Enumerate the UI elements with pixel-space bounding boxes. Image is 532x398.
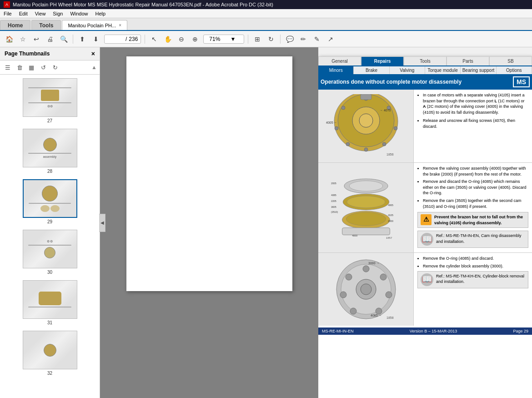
sidebar-scroll-up[interactable]: ▲ <box>91 64 97 71</box>
doc-subtab-valving[interactable]: Valving <box>390 66 425 74</box>
thumbnail-29[interactable]: 29 <box>2 179 98 224</box>
sidebar: Page Thumbnails × ☰ 🗑 ▦ ↺ ↻ ▲ ⚙⚙ <box>0 47 100 398</box>
tab-home[interactable]: Home <box>0 20 30 30</box>
svg-point-43 <box>361 284 371 295</box>
doc-section-2-image: 2005 4085 2205 3605 (3510) 4065 4105 200… <box>318 163 414 252</box>
doc-section-1-image: 4005 ← → 4070 1856 <box>318 90 414 162</box>
menu-edit[interactable]: Edit <box>19 11 28 16</box>
main-layout: Page Thumbnails × ☰ 🗑 ▦ ↺ ↻ ▲ ⚙⚙ <box>0 47 532 398</box>
highlight-button[interactable]: ✏ <box>298 34 309 45</box>
tab-tools[interactable]: Tools <box>31 20 61 30</box>
svg-text:1857: 1857 <box>386 236 392 239</box>
document-content: General Repairs Tools Parts SB Minors Br… <box>318 56 532 398</box>
svg-text:→ 4070: → 4070 <box>380 109 391 112</box>
thumbnail-30-image[interactable]: ⚙ ⚙ <box>23 230 77 268</box>
doc-subtab-bearing[interactable]: Bearing support <box>461 66 496 74</box>
warning-box: ⚠ Prevent the brazen bar not to fall out… <box>417 212 528 228</box>
tab-close-button[interactable]: × <box>119 23 121 28</box>
title-bar: A Manitou Poclain PH Wheel Motor MS MSE … <box>0 0 532 9</box>
svg-point-11 <box>341 106 345 110</box>
edit-button[interactable]: ✎ <box>311 34 322 45</box>
thumbnail-32[interactable]: 32 <box>2 331 98 376</box>
sidebar-delete-button[interactable]: 🗑 <box>15 62 25 72</box>
page-number-input[interactable]: 29 <box>107 36 124 42</box>
svg-point-21 <box>346 212 386 226</box>
svg-text:(3510): (3510) <box>331 210 338 213</box>
blank-page <box>126 56 292 291</box>
doc-tab-tools[interactable]: Tools <box>404 56 447 65</box>
thumbnail-28[interactable]: assembly 28 <box>2 129 98 174</box>
svg-text:2205: 2205 <box>331 200 336 202</box>
svg-point-10 <box>335 126 338 130</box>
doc-subtab-torque[interactable]: Torque module <box>425 66 461 74</box>
page-view-area[interactable] <box>100 47 318 398</box>
zoom-out-button[interactable]: ⊖ <box>176 34 187 45</box>
thumbnail-28-image[interactable]: assembly <box>23 129 77 167</box>
doc-tab-parts[interactable]: Parts <box>447 56 489 65</box>
svg-text:3605: 3605 <box>331 206 336 208</box>
select-tool-button[interactable]: ↖ <box>149 34 160 45</box>
menu-view[interactable]: View <box>35 11 46 16</box>
svg-point-6 <box>394 126 397 130</box>
svg-text:2005: 2005 <box>331 181 336 184</box>
thumbnail-31[interactable]: 31 <box>2 280 98 325</box>
zoom-dropdown-icon[interactable]: ▼ <box>225 36 241 42</box>
tab-document[interactable]: Manitou Poclain PH... × <box>62 20 127 30</box>
thumbnail-29-image[interactable] <box>23 179 77 218</box>
thumbnail-32-image[interactable] <box>23 331 77 369</box>
app-icon: A <box>4 1 10 8</box>
menu-window[interactable]: Window <box>70 11 88 16</box>
scroll-up-button[interactable]: ⬆ <box>77 34 88 45</box>
sidebar-menu-button[interactable]: ☰ <box>3 62 13 72</box>
warning-icon: ⚠ <box>421 214 432 225</box>
sidebar-collapse-button[interactable]: ◀ <box>99 214 105 232</box>
hand-tool-button[interactable]: ✋ <box>162 34 173 45</box>
back-button[interactable]: ↩ <box>31 34 42 45</box>
thumbnail-27[interactable]: ⚙⚙ 27 <box>2 78 98 123</box>
window-title: Manitou Poclain PH Wheel Motor MS MSE Hy… <box>13 2 273 7</box>
menu-sign[interactable]: Sign <box>53 11 63 16</box>
tab-bar: Home Tools Manitou Poclain PH... × <box>0 18 532 31</box>
sidebar-insert-button[interactable]: ▦ <box>26 62 36 72</box>
svg-point-38 <box>376 308 382 314</box>
menu-file[interactable]: File <box>4 11 12 16</box>
doc-subtab-brake[interactable]: Brake <box>354 66 389 74</box>
thumbnails-list[interactable]: ⚙⚙ 27 assembly 28 <box>0 75 100 398</box>
doc-tab-general[interactable]: General <box>318 56 361 65</box>
doc-tab-sb[interactable]: SB <box>489 56 532 65</box>
sidebar-close-button[interactable]: × <box>91 50 95 57</box>
thumbnail-31-image[interactable] <box>23 280 77 319</box>
svg-point-17 <box>349 181 383 191</box>
ref-box-2: 📖 Ref.: MS-RE-TM-KH-EN, Cylinder-block r… <box>417 271 528 288</box>
sidebar-undo-button[interactable]: ↺ <box>38 62 48 72</box>
bookmark-button[interactable]: ☆ <box>17 34 28 45</box>
sidebar-toolbar: ☰ 🗑 ▦ ↺ ↻ ▲ <box>0 60 100 75</box>
page-nav[interactable]: 29 / 236 <box>104 35 141 44</box>
ref-icon-1: 📖 <box>421 233 433 246</box>
sidebar-redo-button[interactable]: ↻ <box>50 62 60 72</box>
svg-point-8 <box>364 148 368 151</box>
doc-subtab-minors[interactable]: Minors <box>318 66 354 74</box>
svg-rect-12 <box>361 94 371 100</box>
share-button[interactable]: ↗ <box>325 34 336 45</box>
rotate-button[interactable]: ↻ <box>266 34 276 45</box>
menu-help[interactable]: Help <box>95 11 106 16</box>
print-button[interactable]: 🖨 <box>45 34 55 45</box>
thumbnail-30[interactable]: ⚙ ⚙ 30 <box>2 230 98 275</box>
fit-page-button[interactable]: ⊞ <box>252 34 263 45</box>
svg-point-3 <box>359 114 373 127</box>
zoom-level-box[interactable]: 71% ▼ <box>203 35 244 44</box>
ref-text-2: Ref.: MS-RE-TM-KH-EN, Cylinder-block rem… <box>436 273 525 285</box>
create-button[interactable]: 🏠 <box>4 34 15 45</box>
comment-button[interactable]: 💬 <box>284 34 295 45</box>
zoom-in-button[interactable]: ⊕ <box>190 34 201 45</box>
footer-right: Page 29 <box>513 329 528 333</box>
scroll-down-button[interactable]: ⬇ <box>90 34 101 45</box>
doc-subtab-options[interactable]: Options <box>497 66 532 74</box>
doc-section-3: 3000 → 4085 → 1858 Remove the O-ring (40… <box>318 253 532 326</box>
thumbnail-27-image[interactable]: ⚙⚙ <box>23 78 77 117</box>
doc-tab-repairs[interactable]: Repairs <box>361 56 404 65</box>
doc-section-3-text: Remove the O-ring (4085) and discard. Re… <box>414 253 532 326</box>
thumbnail-30-label: 30 <box>47 270 52 275</box>
zoom-search-button[interactable]: 🔍 <box>58 34 69 45</box>
